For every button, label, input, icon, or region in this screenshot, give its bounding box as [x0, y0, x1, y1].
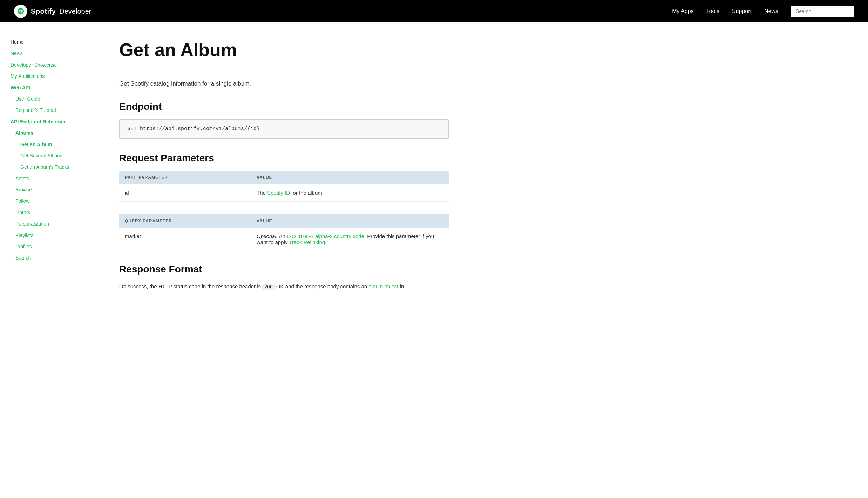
response-section-title: Response Format: [119, 264, 449, 275]
sidebar-item-developer-showcase[interactable]: Developer Showcase: [11, 59, 91, 70]
nav-my-apps[interactable]: My Apps: [672, 8, 693, 14]
path-param-table: PATH PARAMETER VALUE id The Spotify ID f…: [119, 171, 449, 202]
sidebar-item-beginners-tutorial[interactable]: Beginner's Tutorial: [11, 105, 91, 116]
query-optional-label: Optional.: [257, 233, 278, 239]
path-param-col-header: PATH PARAMETER: [119, 171, 251, 184]
page-description: Get Spotify catalog information for a si…: [119, 79, 449, 88]
sidebar-item-get-album-tracks[interactable]: Get an Album's Tracks: [11, 161, 91, 173]
path-value-suffix: for the album.: [290, 190, 324, 196]
request-params-title: Request Parameters: [119, 153, 449, 164]
response-section: Response Format On success, the HTTP sta…: [119, 264, 449, 291]
sidebar-item-get-an-album[interactable]: Get an Album: [11, 139, 91, 150]
brand-sub: Developer: [59, 7, 91, 15]
query-param-value: Optional. An ISO 3166-1 alpha-2 country …: [251, 228, 449, 251]
sidebar-item-profiles[interactable]: Profiles: [11, 241, 91, 252]
endpoint-box: GET https://api.spotify.com/v1/albums/{i…: [119, 119, 449, 139]
sidebar-item-web-api[interactable]: Web API: [11, 82, 91, 93]
sidebar-item-home[interactable]: Home: [11, 36, 91, 48]
response-status-code: 200: [262, 284, 274, 290]
page-divider: [119, 69, 449, 69]
navbar: Spotify Developer My Apps Tools Support …: [0, 0, 868, 22]
logo-link[interactable]: Spotify Developer: [14, 5, 91, 18]
sidebar-item-browse[interactable]: Browse: [11, 184, 91, 195]
response-desc-middle: OK and the response body contains an: [275, 283, 369, 289]
query-value-text1: An: [278, 233, 287, 239]
nav-links: My Apps Tools Support News: [672, 6, 854, 17]
endpoint-section-title: Endpoint: [119, 101, 449, 112]
path-param-value: The Spotify ID for the album.: [251, 184, 449, 202]
sidebar-item-my-applications[interactable]: My Applications: [11, 70, 91, 82]
response-desc-suffix: in: [398, 283, 404, 289]
page-title: Get an Album: [119, 39, 449, 60]
page-wrapper: Home News Developer Showcase My Applicat…: [0, 22, 868, 498]
query-value-text3: .: [325, 239, 326, 245]
path-value-prefix: The: [257, 190, 267, 196]
sidebar-item-user-guide[interactable]: User Guide: [11, 93, 91, 105]
query-param-table: QUERY PARAMETER VALUE market Optional. A…: [119, 214, 449, 251]
path-param-row: id The Spotify ID for the album.: [119, 184, 449, 202]
sidebar-item-search[interactable]: Search: [11, 252, 91, 263]
sidebar-item-get-several-albums[interactable]: Get Several Albums: [11, 150, 91, 161]
sidebar-item-personalization[interactable]: Personalization: [11, 218, 91, 229]
query-param-name: market: [119, 228, 251, 251]
nav-tools[interactable]: Tools: [706, 8, 719, 14]
sidebar-item-news[interactable]: News: [11, 48, 91, 59]
query-param-row: market Optional. An ISO 3166-1 alpha-2 c…: [119, 228, 449, 251]
path-param-name: id: [119, 184, 251, 202]
track-relinking-link[interactable]: Track Relinking: [289, 239, 325, 245]
album-object-link[interactable]: album object: [368, 283, 398, 289]
sidebar-item-albums[interactable]: Albums: [11, 127, 91, 139]
sidebar-item-playlists[interactable]: Playlists: [11, 230, 91, 241]
query-value-col-header: VALUE: [251, 214, 449, 228]
nav-support[interactable]: Support: [732, 8, 752, 14]
query-param-col-header: QUERY PARAMETER: [119, 214, 251, 228]
sidebar-item-api-endpoint-reference[interactable]: API Endpoint Reference: [11, 116, 91, 127]
sidebar: Home News Developer Showcase My Applicat…: [0, 22, 91, 498]
brand-name: Spotify: [31, 7, 56, 15]
response-description: On success, the HTTP status code in the …: [119, 282, 449, 291]
iso-code-link[interactable]: ISO 3166-1 alpha-2 country code: [287, 233, 364, 239]
spotify-logo-icon: [14, 5, 27, 18]
sidebar-item-follow[interactable]: Follow: [11, 195, 91, 207]
path-value-col-header: VALUE: [251, 171, 449, 184]
search-input[interactable]: [791, 6, 854, 17]
spotify-id-link[interactable]: Spotify ID: [267, 190, 290, 196]
response-desc-prefix: On success, the HTTP status code in the …: [119, 283, 262, 289]
sidebar-item-artists[interactable]: Artists: [11, 173, 91, 184]
sidebar-item-library[interactable]: Library: [11, 207, 91, 218]
main-content: Get an Album Get Spotify catalog informa…: [91, 22, 477, 498]
nav-news[interactable]: News: [764, 8, 778, 14]
